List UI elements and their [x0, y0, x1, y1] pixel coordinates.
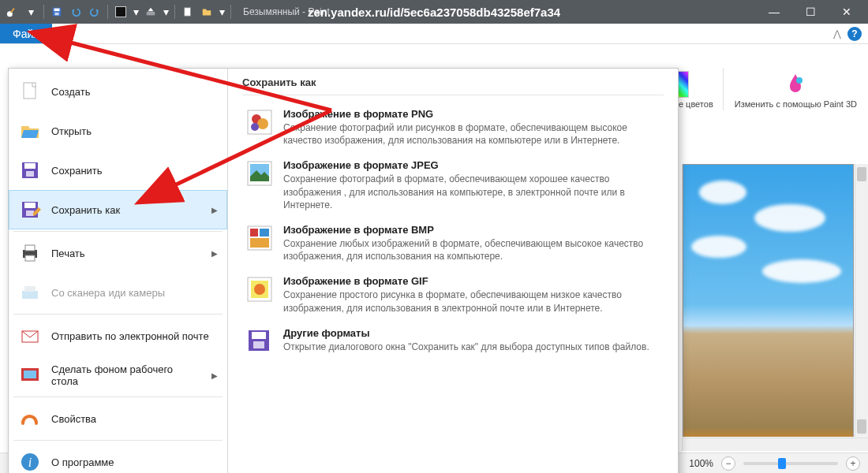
menu-separator	[13, 231, 223, 232]
quick-access-toolbar: ▾ ▾ ▾ ▾	[3, 3, 234, 20]
submenu-arrow-icon: ▶	[211, 371, 218, 380]
menu-new-label: Создать	[51, 86, 90, 98]
menu-open[interactable]: Открыть	[9, 111, 227, 151]
format-desc: Открытие диалогового окна "Сохранить как…	[283, 341, 649, 353]
menu-about[interactable]: i О программе	[9, 442, 227, 473]
menu-save[interactable]: Сохранить	[9, 151, 227, 190]
svg-point-7	[796, 77, 803, 84]
gif-icon	[245, 275, 274, 304]
vertical-scrollbar[interactable]	[855, 164, 868, 437]
open-icon	[18, 119, 42, 143]
format-gif[interactable]: Изображение в формате GIF Сохранение про…	[242, 269, 664, 320]
menu-save-label: Сохранить	[51, 165, 103, 177]
window-client-area: Файл ⋀ ? Изменение цветов Изменить с пом…	[0, 24, 868, 473]
menu-save-as[interactable]: Сохранить как ▶	[9, 190, 227, 229]
zoom-percent: 100%	[689, 458, 713, 469]
separator	[43, 5, 44, 19]
separator	[107, 5, 108, 19]
about-icon: i	[18, 450, 42, 473]
submenu-header: Сохранить как	[242, 76, 664, 95]
format-title: Другие форматы	[283, 327, 649, 339]
dropdown-icon[interactable]: ▾	[217, 3, 226, 20]
redo-icon[interactable]	[86, 3, 103, 20]
svg-text:i: i	[28, 456, 32, 469]
format-desc: Сохранение фотографий в формате, обеспеч…	[283, 173, 660, 211]
format-title: Изображение в формате GIF	[283, 275, 660, 287]
svg-rect-16	[25, 245, 35, 251]
zoom-slider[interactable]	[743, 462, 838, 465]
paint3d-button[interactable]: Изменить с помощью Paint 3D	[723, 68, 863, 110]
svg-rect-19	[24, 286, 36, 292]
menu-new[interactable]: Создать	[9, 72, 227, 111]
email-icon	[18, 324, 42, 348]
save-icon	[18, 158, 42, 182]
format-jpeg[interactable]: Изображение в формате JPEG Сохранение фо…	[242, 153, 664, 218]
svg-rect-22	[24, 371, 36, 378]
svg-point-37	[254, 284, 265, 295]
zoom-out-button[interactable]: −	[721, 456, 735, 471]
ribbon-tabstrip: Файл ⋀ ?	[0, 24, 868, 44]
dropdown-icon[interactable]: ▾	[161, 3, 170, 20]
svg-rect-8	[24, 83, 36, 99]
menu-print[interactable]: Печать ▶	[9, 233, 227, 273]
format-title: Изображение в формате BMP	[283, 224, 660, 236]
menu-properties-label: Свойства	[51, 413, 96, 425]
scanner-icon	[18, 281, 42, 304]
other-formats-icon	[245, 327, 274, 356]
separator	[174, 5, 175, 19]
menu-scanner: Со сканера иди камеры	[9, 273, 227, 312]
submenu-arrow-icon: ▶	[211, 249, 218, 258]
zoom-in-button[interactable]: +	[846, 456, 860, 471]
help-icon[interactable]: ?	[847, 27, 862, 41]
menu-wallpaper-label: Сделать фоном рабочего стола	[51, 363, 202, 387]
minimize-button[interactable]: ―	[756, 0, 792, 24]
png-icon	[245, 108, 274, 136]
menu-email[interactable]: Отправить по электронной почте	[9, 316, 227, 356]
new-file-icon	[18, 80, 42, 103]
format-png[interactable]: Изображение в формате PNG Сохранение фот…	[242, 102, 664, 153]
svg-rect-1	[10, 8, 14, 13]
send-icon[interactable]	[142, 3, 159, 20]
canvas-area	[682, 164, 868, 451]
menu-save-as-label: Сохранить как	[51, 204, 120, 216]
format-other[interactable]: Другие форматы Открытие диалогового окна…	[242, 321, 664, 362]
open-folder-icon[interactable]	[198, 3, 215, 20]
overlay-url: zen.yandex.ru/id/5ec6a237058db43258ef7a3…	[308, 6, 560, 19]
print-icon	[18, 241, 42, 265]
svg-rect-13	[24, 203, 36, 208]
wallpaper-icon	[18, 363, 42, 387]
zoom-slider-thumb[interactable]	[778, 458, 786, 469]
app-icon[interactable]	[3, 3, 21, 20]
window-controls: ― ☐ ✕	[756, 0, 865, 24]
color1-swatch[interactable]	[112, 3, 129, 20]
qat-dropdown-icon[interactable]: ▾	[22, 3, 39, 20]
menu-email-label: Отправить по электронной почте	[51, 330, 209, 342]
menu-wallpaper[interactable]: Сделать фоном рабочего стола ▶	[9, 356, 227, 395]
format-bmp[interactable]: Изображение в формате BMP Сохранение люб…	[242, 218, 664, 269]
file-menu-left: Создать Открыть Сохранить Сохранить как …	[9, 69, 228, 473]
svg-rect-32	[250, 229, 258, 236]
scroll-up-icon[interactable]	[857, 167, 866, 181]
canvas-viewport[interactable]	[683, 164, 854, 437]
file-tab[interactable]: Файл	[0, 24, 52, 43]
save-icon[interactable]	[48, 3, 65, 20]
collapse-ribbon-icon[interactable]: ⋀	[833, 28, 841, 39]
new-doc-icon[interactable]	[179, 3, 196, 20]
svg-rect-4	[54, 13, 58, 16]
scroll-down-icon[interactable]	[857, 419, 866, 434]
svg-point-28	[251, 123, 259, 131]
dropdown-icon[interactable]: ▾	[131, 3, 140, 20]
format-title: Изображение в формате JPEG	[283, 159, 660, 171]
menu-print-label: Печать	[51, 248, 85, 259]
maximize-button[interactable]: ☐	[792, 0, 829, 24]
svg-rect-6	[185, 8, 191, 17]
horizontal-scrollbar[interactable]	[683, 438, 868, 451]
svg-rect-34	[250, 238, 269, 248]
svg-rect-11	[26, 171, 34, 177]
canvas-image[interactable]	[683, 164, 854, 437]
undo-icon[interactable]	[67, 3, 84, 20]
menu-properties[interactable]: Свойства	[9, 399, 227, 438]
paint3d-label: Изменить с помощью Paint 3D	[735, 99, 857, 109]
close-button[interactable]: ✕	[829, 0, 865, 24]
svg-rect-3	[54, 9, 60, 12]
